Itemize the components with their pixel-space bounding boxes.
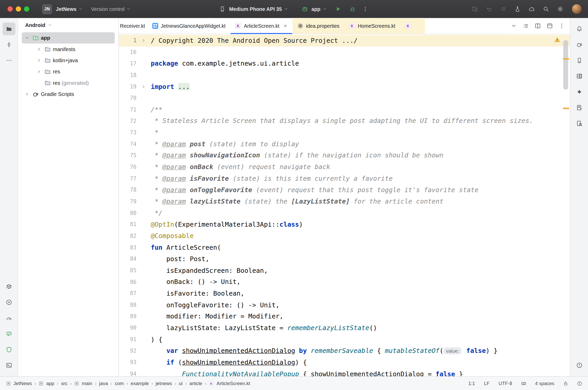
device-selector[interactable]: Medium Phone API 35 [229, 6, 288, 12]
tree-item-res[interactable]: res [22, 66, 115, 77]
tree-item-app[interactable]: app [22, 32, 115, 43]
breadcrumb-item-example[interactable]: example [131, 380, 149, 386]
warning-stripe-mark[interactable] [563, 58, 569, 60]
document-edit-button[interactable] [573, 101, 585, 114]
code-text[interactable]: * @param post (state) item to display [151, 138, 570, 150]
run-configuration-selector[interactable]: app [311, 6, 327, 12]
tree-item-gradle-scripts[interactable]: Gradle Scripts [22, 88, 115, 100]
chevron-right-icon[interactable] [36, 47, 42, 51]
code-text[interactable]: @Composable [151, 230, 570, 242]
code-text[interactable]: * @param isFavorite (state) is this item… [151, 173, 570, 184]
zoom-window-button[interactable] [24, 6, 29, 12]
code-text[interactable]: if (showUnimplementedActionDialog) { [151, 357, 570, 368]
restore-button[interactable] [486, 6, 492, 12]
notifications-button[interactable] [573, 23, 585, 35]
code-line-88[interactable]: 88 onToggleFavorite: () -> Unit, [119, 299, 570, 311]
code-text[interactable]: post: Post, [151, 253, 570, 265]
code-line-81[interactable]: 81@OptIn(ExperimentalMaterial3Api::class… [119, 219, 570, 230]
breadcrumb-item-jetnews[interactable]: jetnews [156, 380, 172, 386]
code-text[interactable]: * @param lazyListState (state) the [Lazy… [151, 196, 570, 207]
breadcrumb-item-ui[interactable]: ui [179, 380, 183, 386]
code-line-72[interactable]: 72 * Stateless Article Screen that displ… [119, 115, 570, 127]
layout-inspector-button[interactable] [573, 70, 585, 82]
code-line-78[interactable]: 78 * @param onToggleFavorite (event) req… [119, 184, 570, 196]
code-text[interactable]: fun ArticleScreen( [151, 242, 570, 253]
code-line-80[interactable]: 80 */ [119, 207, 570, 219]
code-line-77[interactable]: 77 * @param isFavorite (state) is this i… [119, 173, 570, 184]
code-text[interactable]: import ... [151, 81, 570, 92]
cursor-position-widget[interactable]: 1:1 [468, 380, 475, 386]
code-line-1[interactable]: 1/ Copyright 2020 The Android Open Sourc… [119, 35, 570, 46]
indent-widget[interactable]: 4 spaces [535, 380, 554, 386]
debug-button[interactable] [349, 6, 355, 12]
breadcrumb-item-com[interactable]: com [115, 380, 124, 386]
line-separator-widget[interactable]: LF [484, 380, 490, 386]
tree-item-kotlin-java[interactable]: kotlin+java [22, 55, 115, 66]
more-actions-button[interactable] [362, 6, 368, 12]
code-text[interactable]: var showUnimplementedActionDialog by rem… [151, 345, 570, 357]
code-line-73[interactable]: 73 * [119, 127, 570, 138]
package-button[interactable] [2, 280, 15, 293]
chevron-right-icon[interactable] [24, 92, 30, 96]
code-text[interactable]: * [151, 127, 570, 138]
code-line-75[interactable]: 75 * @param showNavigationIcon (state) i… [119, 150, 570, 161]
tab-clipped[interactable]: K [400, 18, 425, 34]
tab-homescreens-kt[interactable]: KHomeScreens.kt [344, 18, 400, 34]
breadcrumb-item-app[interactable]: app [39, 380, 54, 386]
encoding-widget[interactable]: UTF-8 [499, 380, 512, 386]
code-text[interactable]: /** [151, 104, 570, 115]
more-button[interactable] [2, 54, 15, 67]
code-text[interactable]: * @param showNavigationIcon (state) if t… [151, 150, 570, 161]
shield-button[interactable] [2, 343, 15, 356]
code-line-76[interactable]: 76 * @param onBack (event) request navig… [119, 161, 570, 173]
device-explorer-button[interactable] [573, 54, 585, 67]
code-line-74[interactable]: 74 * @param post (state) item to display [119, 138, 570, 150]
code-text[interactable]: * @param onToggleFavorite (event) reques… [151, 184, 570, 196]
tests-button[interactable] [514, 6, 520, 12]
breadcrumb-item-src[interactable]: src [61, 380, 68, 386]
code-text[interactable]: @OptIn(ExperimentalMaterial3Api::class) [151, 219, 570, 230]
code-text[interactable]: * @param onBack (event) request navigate… [151, 161, 570, 173]
document-search-button[interactable] [573, 117, 585, 130]
keyboard-icon[interactable] [521, 381, 526, 386]
code-line-19[interactable]: 19import ... [119, 81, 570, 92]
code-text[interactable]: isExpandedScreen: Boolean, [151, 265, 570, 276]
sync-button[interactable] [529, 6, 535, 12]
hidden-tabs-icon[interactable] [511, 23, 517, 29]
vcs-menu[interactable]: Version control [91, 6, 131, 12]
code-text[interactable]: / Copyright 2020 The Android Open Source… [151, 35, 570, 46]
code-text[interactable]: modifier: Modifier = Modifier, [151, 311, 570, 322]
readonly-lock-icon[interactable] [563, 381, 568, 386]
tab-articlescreen-kt[interactable]: KArticleScreen.kt [230, 18, 292, 34]
search-everywhere-button[interactable] [543, 6, 549, 12]
problems-button[interactable] [573, 359, 585, 372]
code-text[interactable]: lazyListState: LazyListState = rememberL… [151, 322, 570, 334]
inspections-widget[interactable] [554, 37, 560, 43]
code-line-91[interactable]: 91) { [119, 334, 570, 345]
code-line-86[interactable]: 86 onBack: () -> Unit, [119, 276, 570, 288]
code-line-82[interactable]: 82@Composable [119, 230, 570, 242]
code-text[interactable]: */ [151, 207, 570, 219]
editor-options-icon[interactable] [559, 23, 565, 29]
breadcrumb-item-article[interactable]: article [190, 380, 202, 386]
tab-jetnewsglanceappwidget-kt[interactable]: JetnewsGlanceAppWidget.kt [147, 18, 230, 34]
breadcrumb-item-main[interactable]: main [74, 380, 92, 386]
code-line-93[interactable]: 93 if (showUnimplementedActionDialog) { [119, 357, 570, 368]
editor-scrollbar[interactable] [563, 40, 568, 90]
code-line-87[interactable]: 87 isFavorite: Boolean, [119, 288, 570, 299]
task-list-button[interactable] [500, 6, 506, 12]
code-text[interactable]: onBack: () -> Unit, [151, 276, 570, 288]
fold-marker-icon[interactable] [136, 38, 151, 43]
code-editor[interactable]: 1/ Copyright 2020 The Android Open Sourc… [119, 34, 570, 376]
tree-item-res[interactable]: res (generated) [22, 77, 115, 88]
tab-idea-properties[interactable]: idea.properties [292, 18, 344, 34]
code-line-70[interactable]: 70 [119, 92, 570, 104]
breadcrumb-item-articlescreen-kt[interactable]: KArticleScreen.kt [209, 380, 250, 386]
split-editor-icon[interactable] [535, 23, 541, 29]
run-button[interactable] [2, 296, 15, 309]
breadcrumb-item-java[interactable]: java [99, 380, 108, 386]
gradle-button[interactable] [573, 38, 585, 51]
code-text[interactable]: package com.example.jetnews.ui.article [151, 58, 570, 69]
settings-button[interactable] [557, 6, 563, 12]
project-button[interactable] [2, 23, 15, 35]
